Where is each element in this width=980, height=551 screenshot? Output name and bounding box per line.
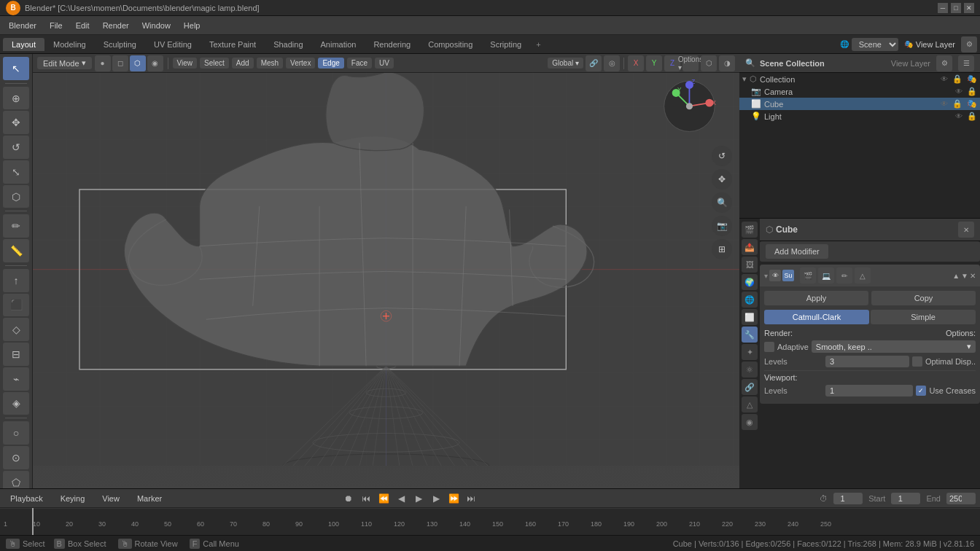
- edit-mode-select[interactable]: Edit Mode ▾: [37, 57, 92, 69]
- mod-delete-btn[interactable]: ✕: [970, 272, 976, 280]
- title-bar-controls[interactable]: ─ □ ✕: [938, 3, 974, 13]
- tl-play-btn[interactable]: ▶: [411, 491, 426, 506]
- mod-visibility-viewport[interactable]: 💻: [818, 267, 834, 284]
- tab-rendering[interactable]: Rendering: [365, 38, 419, 51]
- tree-item-light[interactable]: 💡 Light 👁 🔒: [739, 110, 980, 122]
- mod-edit-mode[interactable]: ✏: [836, 267, 852, 284]
- mod-visibility-render[interactable]: 🎬: [800, 267, 816, 284]
- menu-help[interactable]: Help: [178, 20, 206, 31]
- prop-tab-physics[interactable]: ⚛: [742, 362, 758, 378]
- viewport-solid-btn[interactable]: ●: [95, 55, 111, 71]
- outliner-section[interactable]: ▾ ⬡ Collection 👁 🔒 🎭 📷 Camera 👁 🔒 ⬜ Cube…: [739, 73, 980, 219]
- prop-tab-material[interactable]: ◉: [742, 414, 758, 430]
- vp-uv-btn[interactable]: UV: [375, 58, 394, 69]
- outliner-filter-btn[interactable]: ☰: [958, 55, 974, 71]
- tab-sculpting[interactable]: Sculpting: [95, 38, 145, 51]
- viewport-nav-persp[interactable]: ⊞: [712, 239, 732, 259]
- tool-loop-cut[interactable]: ⊟: [3, 343, 29, 366]
- viewport-nav-zoom[interactable]: 🔍: [712, 192, 732, 213]
- tool-knife[interactable]: ⌁: [3, 367, 29, 391]
- xray-btn[interactable]: ◑: [719, 55, 735, 71]
- viewport-levels-value[interactable]: 1: [825, 385, 913, 396]
- copy-btn[interactable]: Copy: [871, 291, 976, 305]
- timeline-ruler[interactable]: 1 10 20 30 40 50 60 70 80 90 100 110 120…: [0, 508, 980, 536]
- catmull-clark-btn[interactable]: Catmull-Clark: [764, 310, 869, 324]
- tab-modeling[interactable]: Modeling: [44, 38, 95, 51]
- viewport[interactable]: Edit Mode ▾ ● ◻ ⬡ ◉ View Select Add Mesh…: [33, 54, 739, 551]
- y-axis-btn[interactable]: Y: [646, 55, 662, 71]
- tool-move[interactable]: ✥: [3, 111, 29, 134]
- tab-uv-editing[interactable]: UV Editing: [145, 38, 201, 51]
- render-levels-value[interactable]: 3: [825, 356, 909, 367]
- prop-tab-particles[interactable]: ✦: [742, 344, 758, 360]
- prop-tab-render[interactable]: 🎬: [742, 222, 758, 238]
- vp-view-btn[interactable]: View: [173, 58, 198, 69]
- tool-inset[interactable]: ⬛: [3, 294, 29, 317]
- tab-compositing[interactable]: Compositing: [419, 38, 481, 51]
- tab-texture-paint[interactable]: Texture Paint: [201, 38, 265, 51]
- snap-btn[interactable]: 🔗: [586, 55, 602, 71]
- collection-visibility[interactable]: 👁: [941, 75, 948, 83]
- proportional-btn[interactable]: ◎: [604, 55, 620, 71]
- tool-scale[interactable]: ⤡: [3, 160, 29, 184]
- close-btn[interactable]: ✕: [964, 3, 974, 13]
- tab-shading[interactable]: Shading: [265, 38, 311, 51]
- camera-visibility[interactable]: 👁: [955, 87, 962, 95]
- tool-annotate[interactable]: ✏: [3, 214, 29, 238]
- viewport-canvas[interactable]: User Orthographic (1) Cube: [33, 73, 739, 551]
- prop-tab-output[interactable]: 📤: [742, 239, 758, 255]
- overlay-btn[interactable]: ⬡: [701, 55, 717, 71]
- tool-transform[interactable]: ⬡: [3, 185, 29, 208]
- close-modifier-panel-btn[interactable]: ✕: [958, 222, 974, 238]
- vp-face-btn[interactable]: Face: [347, 58, 372, 69]
- mod-down-btn[interactable]: ▼: [961, 272, 968, 280]
- optimal-disp-checkbox[interactable]: [912, 356, 922, 367]
- viewport-nav-orbit[interactable]: ↺: [712, 146, 732, 166]
- tool-measure[interactable]: 📏: [3, 239, 29, 262]
- timeline-view-menu[interactable]: View: [96, 493, 125, 504]
- vp-edge-btn[interactable]: Edge: [318, 58, 343, 69]
- menu-render[interactable]: Render: [97, 20, 135, 31]
- cube-visibility[interactable]: 👁: [941, 100, 948, 108]
- outliner-options-btn[interactable]: ⚙: [936, 55, 952, 71]
- tool-cursor[interactable]: ⊕: [3, 87, 29, 110]
- playback-menu[interactable]: Playback: [4, 493, 49, 504]
- adaptive-checkbox[interactable]: [764, 342, 774, 352]
- tl-next-key-btn[interactable]: ⏩: [446, 491, 461, 506]
- prop-tab-modifier[interactable]: 🔧: [742, 327, 758, 343]
- tool-bevel[interactable]: ◇: [3, 318, 29, 341]
- tool-poly-build[interactable]: ◈: [3, 392, 29, 415]
- end-frame-input[interactable]: [946, 493, 976, 504]
- tool-shrink[interactable]: ⊙: [3, 446, 29, 469]
- tree-item-camera[interactable]: 📷 Camera 👁 🔒: [739, 85, 980, 98]
- prop-tab-object[interactable]: ⬜: [742, 309, 758, 325]
- add-workspace-btn[interactable]: +: [530, 38, 546, 51]
- tl-prev-key-btn[interactable]: ⏪: [376, 491, 391, 506]
- menu-blender[interactable]: Blender: [3, 20, 42, 31]
- use-creases-checkbox[interactable]: ✓: [916, 386, 926, 396]
- maximize-btn[interactable]: □: [951, 3, 961, 13]
- keying-menu[interactable]: Keying: [55, 493, 91, 504]
- tl-next-frame-btn[interactable]: ▶: [429, 491, 443, 506]
- viewport-material-btn[interactable]: ◉: [147, 55, 163, 71]
- apply-btn[interactable]: Apply: [764, 291, 868, 305]
- start-frame-input[interactable]: [891, 493, 920, 504]
- smooth-dropdown[interactable]: Smooth, keep .. ▾: [812, 340, 976, 353]
- simple-btn[interactable]: Simple: [871, 310, 976, 324]
- render-engine-btn[interactable]: ⚙: [961, 36, 977, 52]
- tool-rotate[interactable]: ↺: [3, 136, 29, 159]
- prop-tab-scene[interactable]: 🌍: [742, 274, 758, 290]
- add-modifier-btn[interactable]: Add Modifier: [766, 244, 828, 259]
- mod-cage[interactable]: △: [855, 267, 871, 284]
- tl-jump-end-btn[interactable]: ⏭: [464, 491, 478, 506]
- tool-smooth[interactable]: ○: [3, 421, 29, 445]
- marker-menu[interactable]: Marker: [131, 493, 168, 504]
- menu-file[interactable]: File: [44, 20, 69, 31]
- prop-tab-view[interactable]: 🖼: [742, 257, 758, 273]
- light-visibility[interactable]: 👁: [955, 112, 962, 120]
- viewport-mode-btn[interactable]: ⬡: [130, 55, 146, 71]
- options-btn[interactable]: Options ▾: [682, 55, 699, 71]
- current-frame-input[interactable]: [833, 493, 863, 504]
- vp-vertex-btn[interactable]: Vertex: [286, 58, 315, 69]
- tab-scripting[interactable]: Scripting: [481, 38, 530, 51]
